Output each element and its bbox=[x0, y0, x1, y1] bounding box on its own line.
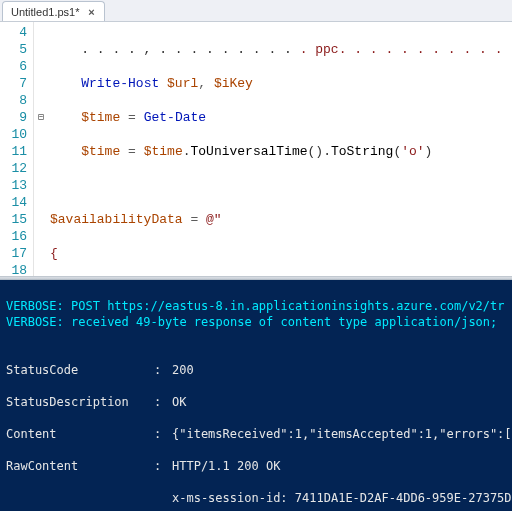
close-icon[interactable]: × bbox=[86, 6, 98, 18]
output-row: Content: {"itemsReceived":1,"itemsAccept… bbox=[6, 426, 508, 442]
verbose-line: VERBOSE: received 49-byte response of co… bbox=[6, 315, 505, 329]
file-tab[interactable]: Untitled1.ps1* × bbox=[2, 1, 105, 21]
fold-column: ⊟ bbox=[34, 22, 48, 276]
output-row: StatusDescription: OK bbox=[6, 394, 508, 410]
output-row: x-ms-session-id: 7411DA1E-D2AF-4DD6-959E… bbox=[6, 490, 508, 506]
code-line: $availabilityData = @" bbox=[50, 211, 512, 228]
fold-toggle-icon[interactable]: ⊟ bbox=[34, 109, 48, 126]
code-line: $time = $time.ToUniversalTime().ToString… bbox=[50, 143, 512, 160]
output-row: RawContent: HTTP/1.1 200 OK bbox=[6, 458, 508, 474]
code-line: $time = Get-Date bbox=[50, 109, 512, 126]
code-line: Write-Host $url, $iKey bbox=[50, 75, 512, 92]
output-row: StatusCode: 200 bbox=[6, 362, 508, 378]
tab-strip: Untitled1.ps1* × bbox=[0, 0, 512, 22]
code-editor[interactable]: 4 5 6 7 8 9 10 11 12 13 14 15 16 17 18 1… bbox=[0, 22, 512, 276]
tab-title: Untitled1.ps1* bbox=[11, 6, 80, 18]
code-content[interactable]: . . . . , . . . . . . . . . . ppc. . . .… bbox=[48, 22, 512, 276]
verbose-line: VERBOSE: POST https://eastus-8.in.applic… bbox=[6, 299, 505, 313]
code-line: . . . . , . . . . . . . . . . ppc. . . .… bbox=[50, 41, 512, 58]
console-output[interactable]: VERBOSE: POST https://eastus-8.in.applic… bbox=[0, 280, 512, 511]
line-number-gutter: 4 5 6 7 8 9 10 11 12 13 14 15 16 17 18 1… bbox=[0, 22, 34, 276]
code-line: { bbox=[50, 245, 512, 262]
code-line bbox=[50, 177, 512, 194]
